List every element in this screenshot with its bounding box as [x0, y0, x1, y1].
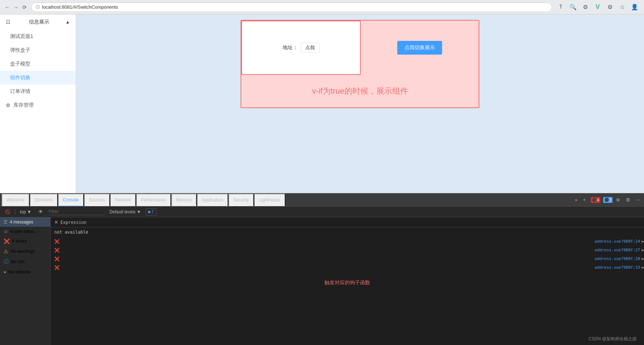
- dots-menu-button[interactable]: ⋯: [634, 196, 643, 204]
- forward-button[interactable]: →: [13, 4, 19, 10]
- error-count: ⚫: [592, 197, 597, 202]
- entry-link-3[interactable]: address.vue?908f:30: [595, 256, 640, 261]
- inspect-icon-2[interactable]: ▶: [641, 248, 644, 252]
- console-main: ✕ Expression not available ● ▶ v-if触发bef…: [51, 217, 644, 345]
- click-me-button[interactable]: 点我: [301, 43, 319, 53]
- filter-user-messages[interactable]: ☺ 4 user mess...: [0, 227, 50, 236]
- browser-actions: Ｔ 🔍 ⚙ V ⚙ ☆ 👤: [556, 2, 640, 12]
- filter-all-messages[interactable]: ☰ 4 messages: [0, 217, 50, 227]
- sidebar-chevron-icon: ▲: [65, 20, 70, 25]
- tab-welcome-label: Welcome: [7, 197, 25, 203]
- filter-input[interactable]: [47, 208, 105, 215]
- extensions-button[interactable]: ⚙: [580, 2, 590, 12]
- levels-chevron-icon: ▼: [137, 209, 141, 214]
- preview-top-right: 点我切换展示: [361, 21, 479, 75]
- filter-info[interactable]: ⓘ No info: [0, 256, 50, 267]
- switch-button[interactable]: 点我切换展示: [397, 41, 442, 55]
- preview-area: 地址： 点我 点我切换展示 v-if为true的时候，展示组件: [76, 14, 644, 193]
- sidebar-item-box-model[interactable]: 盒子模型: [0, 57, 76, 71]
- remote-devices-button[interactable]: 🖺: [624, 196, 632, 204]
- top-content: ☷ 信息展示 ▲ 测试页面1 弹性盒子 盒子模型 组件切换 订单详情 ⚙ 库存管…: [0, 14, 644, 193]
- back-button[interactable]: ←: [4, 4, 10, 10]
- sidebar-item-storage[interactable]: ⚙ 库存管理: [0, 98, 76, 112]
- tab-network-label: Network: [115, 197, 131, 203]
- preview-container: 地址： 点我 点我切换展示 v-if为true的时候，展示组件: [241, 20, 479, 108]
- sidebar-item-test-page[interactable]: 测试页面1: [0, 30, 76, 43]
- context-selector[interactable]: top ▼: [17, 208, 34, 216]
- tab-welcome[interactable]: Welcome: [1, 193, 30, 206]
- tab-lighthouse[interactable]: Lighthouse: [254, 193, 285, 206]
- warning-dot: ⚫: [604, 197, 609, 202]
- grid-icon: ☷: [6, 19, 10, 25]
- sidebar-item-component-switch[interactable]: 组件切换: [0, 71, 76, 85]
- error-badge-count: 4: [597, 198, 599, 202]
- console-toolbar: 🚫 top ▼ 👁 Default levels ▼ ■ 7: [0, 206, 644, 217]
- devtools-tab-actions: » + ⚫ 4 ⚫ 7 ⚙ 🖺 ⋯: [573, 196, 643, 204]
- filter-errors[interactable]: ❌ 4 errors: [0, 236, 50, 246]
- address-bar[interactable]: ⓘ localhost:8081/#/SwitchComponents: [31, 3, 552, 12]
- clear-console-button[interactable]: 🚫: [3, 209, 13, 215]
- info-filter-icon: ⓘ: [4, 259, 9, 265]
- expression-header: ✕ Expression: [51, 217, 644, 227]
- eye-button[interactable]: 👁: [36, 208, 45, 215]
- tab-memory-label: Memory: [176, 197, 192, 203]
- refresh-button[interactable]: ⟳: [22, 4, 27, 10]
- inspect-icon-3[interactable]: ▶: [641, 256, 644, 261]
- settings-devtools-button[interactable]: ⚙: [614, 196, 622, 204]
- console-entries-wrapper: ● ▶ v-if触发beforeCreate...... ● ▶ v-if触发c…: [51, 237, 644, 272]
- log-entry-1: ❌ address.vue?908f:24 ▶: [54, 239, 644, 246]
- messages-icon-left: ☰: [4, 220, 8, 225]
- tab-sources[interactable]: Sources: [84, 193, 110, 206]
- more-tabs-button[interactable]: »: [573, 196, 580, 204]
- translate-button[interactable]: Ｔ: [556, 2, 566, 12]
- expression-close-button[interactable]: ✕: [54, 220, 58, 225]
- entry-link-4[interactable]: address.vue?908f:33: [595, 265, 640, 270]
- settings-button[interactable]: ⚙: [605, 2, 615, 12]
- search-button[interactable]: 🔍: [568, 2, 578, 12]
- bookmarks-button[interactable]: ☆: [617, 2, 627, 12]
- profile-button[interactable]: 👤: [630, 2, 640, 12]
- filter-verbose-label: No verbose: [8, 269, 30, 274]
- tab-security[interactable]: Security: [228, 193, 254, 206]
- hook-functions-text: 触发对应的钩子函数: [325, 280, 370, 286]
- inspect-icon-1[interactable]: ▶: [641, 239, 644, 244]
- tab-elements-label: Elements: [35, 197, 53, 203]
- sidebar-item-order-detail[interactable]: 订单详情: [0, 85, 76, 98]
- error-filter-icon: ❌: [4, 238, 10, 244]
- entry-link-2[interactable]: address.vue?908f:27: [595, 248, 640, 252]
- add-tab-button[interactable]: +: [581, 196, 588, 204]
- vif-text: v-if为true的时候，展示组件: [312, 86, 408, 95]
- user-icon: ☺: [4, 229, 8, 234]
- sidebar-item-flex-box[interactable]: 弹性盒子: [0, 43, 76, 57]
- tab-performance[interactable]: Performance: [136, 193, 171, 206]
- expression-popup: ✕ Expression not available: [51, 217, 644, 237]
- tab-network[interactable]: Network: [110, 193, 136, 206]
- inspect-icon-4[interactable]: ▶: [641, 265, 644, 270]
- log-entry-3: ❌ address.vue?908f:30 ▶: [54, 256, 644, 264]
- hook-text-area: 触发对应的钩子函数: [51, 276, 644, 290]
- tab-console[interactable]: Console: [58, 193, 84, 206]
- url-text: localhost:8081/#/SwitchComponents: [42, 4, 118, 10]
- default-levels-label: Default levels: [110, 209, 136, 214]
- tab-memory[interactable]: Memory: [171, 193, 197, 206]
- filter-verbose[interactable]: ● No verbose: [0, 267, 50, 277]
- tab-application[interactable]: Application: [197, 193, 228, 206]
- filter-all-label: 4 messages: [10, 220, 33, 225]
- console-content: ☰ 4 messages ☺ 4 user mess... ❌ 4 errors…: [0, 217, 644, 345]
- tab-elements[interactable]: Elements: [30, 193, 58, 206]
- default-levels-button[interactable]: Default levels ▼: [107, 209, 143, 215]
- messages-filter-button[interactable]: ■ 7: [145, 208, 157, 216]
- sidebar-group-header[interactable]: ☷ 信息展示 ▲: [0, 14, 76, 30]
- tab-lighthouse-label: Lighthouse: [259, 197, 280, 203]
- entry-link-1[interactable]: address.vue?908f:24: [595, 239, 640, 244]
- filter-errors-label: 4 errors: [12, 239, 27, 244]
- context-label: top: [20, 209, 26, 214]
- sidebar-item-label: 组件切换: [10, 74, 30, 80]
- warning-badge: ⚫ 7: [603, 197, 613, 203]
- log-entries: ❌ address.vue?908f:24 ▶ ❌ address.vue?90…: [51, 237, 644, 272]
- vue-devtools-button[interactable]: V: [593, 2, 603, 12]
- tab-application-label: Application: [202, 197, 223, 203]
- console-sidebar: ☰ 4 messages ☺ 4 user mess... ❌ 4 errors…: [0, 217, 51, 345]
- filter-warnings[interactable]: ⚠ No warnings: [0, 246, 50, 256]
- preview-bottom: v-if为true的时候，展示组件: [241, 75, 479, 107]
